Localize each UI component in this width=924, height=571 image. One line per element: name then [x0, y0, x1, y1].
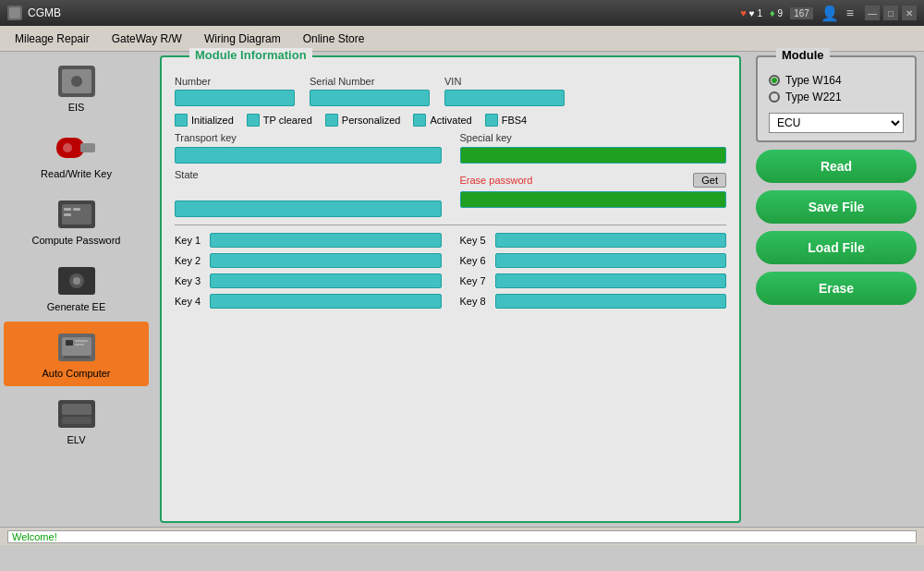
key-1-row: Key 1: [175, 233, 442, 248]
checkbox-activated[interactable]: Activated: [413, 114, 471, 127]
key-1-label: Key 1: [175, 235, 202, 246]
svg-rect-17: [66, 340, 73, 346]
sidebar-auto-label: Auto Computer: [43, 368, 111, 379]
special-key-input[interactable]: [460, 147, 727, 164]
keys-grid: Key 1 Key 5 Key 2 Key 6 Key 3: [175, 233, 726, 309]
hearts-green: ♦ 9: [770, 7, 783, 18]
key-3-label: Key 3: [175, 275, 202, 286]
key-4-input[interactable]: [210, 294, 442, 309]
fbs4-checkbox[interactable]: [485, 114, 498, 127]
get-button[interactable]: Get: [693, 173, 726, 188]
sidebar-item-generate-ee[interactable]: Generate EE: [4, 255, 149, 320]
special-key-label: Special key: [460, 132, 727, 143]
sidebar-generate-label: Generate EE: [47, 301, 106, 312]
vin-field-group: VIN: [444, 76, 565, 106]
radio-w221[interactable]: [769, 91, 780, 103]
radio-w221-label: Type W221: [785, 91, 842, 103]
key-6-input[interactable]: [495, 253, 727, 268]
module-select[interactable]: ECU BSM EZS: [769, 113, 904, 133]
key-2-input[interactable]: [210, 253, 442, 268]
transport-key-input[interactable]: [175, 147, 442, 164]
svg-point-6: [63, 143, 72, 152]
counter-display: 167: [790, 7, 813, 19]
initialized-checkbox[interactable]: [175, 114, 188, 127]
svg-point-3: [71, 76, 82, 87]
key-3-input[interactable]: [210, 273, 442, 288]
key-7-label: Key 7: [460, 275, 488, 286]
sidebar-item-compute-password[interactable]: Compute Password: [4, 188, 149, 253]
user-icon: 👤: [821, 5, 839, 22]
erase-password-col: Erase password Get: [460, 169, 727, 217]
load-file-button[interactable]: Load File: [756, 231, 917, 264]
checkbox-tp-cleared[interactable]: TP cleared: [247, 114, 312, 127]
sidebar-elv-label: ELV: [67, 434, 86, 445]
key-4-label: Key 4: [175, 296, 202, 307]
radio-w164[interactable]: [769, 75, 780, 86]
key-8-input[interactable]: [495, 294, 727, 309]
key-5-row: Key 5: [460, 233, 727, 248]
tray-area: ♥ ♥ 1 ♦ 9 167 👤 ≡: [740, 5, 854, 22]
number-input[interactable]: [175, 90, 295, 106]
hearts-red: ♥ ♥ 1: [740, 7, 762, 18]
menu-gateway-rw[interactable]: GateWay R/W: [101, 29, 193, 49]
maximize-button[interactable]: □: [883, 6, 898, 20]
read-button[interactable]: Read: [756, 150, 917, 183]
right-panel: Module Type W164 Type W221 ECU BSM EZS R…: [748, 52, 924, 527]
serial-input[interactable]: [310, 90, 430, 106]
save-file-button[interactable]: Save File: [756, 190, 917, 224]
special-key-col: Special key: [460, 132, 727, 164]
erase-password-input[interactable]: [460, 191, 727, 208]
key-2-label: Key 2: [175, 255, 202, 266]
number-field-group: Number: [175, 76, 295, 106]
generate-ee-icon: [55, 262, 99, 299]
checkbox-initialized[interactable]: Initialized: [175, 114, 234, 127]
sidebar-item-elv[interactable]: ELV: [4, 388, 149, 453]
sidebar-item-read-write-key[interactable]: Read/Write Key: [4, 122, 149, 187]
serial-label: Serial Number: [310, 76, 430, 87]
menu-online-store[interactable]: Online Store: [292, 29, 376, 49]
status-message: Welcome!: [7, 530, 917, 543]
vin-label: VIN: [444, 76, 565, 87]
svg-rect-19: [75, 344, 84, 346]
menu-mileage-repair[interactable]: Mileage Repair: [4, 29, 101, 49]
eis-icon: [55, 63, 99, 100]
sidebar-compute-label: Compute Password: [32, 235, 121, 246]
key-5-input[interactable]: [495, 233, 727, 248]
key-7-input[interactable]: [495, 273, 727, 288]
key-8-row: Key 8: [460, 294, 727, 309]
checkbox-fbs4[interactable]: FBS4: [485, 114, 528, 127]
erase-button[interactable]: Erase: [756, 272, 917, 305]
state-input[interactable]: [175, 200, 442, 217]
module-info-title: Module Information: [189, 48, 312, 62]
svg-rect-23: [62, 417, 91, 424]
personalized-checkbox[interactable]: [325, 114, 338, 127]
center-panel: Module Information Number Serial Number …: [152, 52, 748, 527]
key-6-label: Key 6: [460, 255, 488, 266]
top-fields-row: Number Serial Number VIN: [175, 76, 726, 106]
key-1-input[interactable]: [210, 233, 442, 248]
app-title: CGMB: [28, 6, 740, 19]
tp-cleared-checkbox[interactable]: [247, 114, 260, 127]
sidebar-item-auto-computer[interactable]: Auto Computer: [4, 322, 149, 386]
elv-icon: [55, 395, 99, 432]
serial-field-group: Serial Number: [310, 76, 430, 106]
radio-type-w164-row[interactable]: Type W164: [769, 74, 904, 87]
key-8-label: Key 8: [460, 296, 488, 307]
sidebar-item-eis[interactable]: EIS: [4, 55, 149, 120]
vin-input[interactable]: [444, 90, 565, 106]
minimize-button[interactable]: —: [865, 6, 880, 20]
compute-password-icon: [55, 196, 99, 233]
key-5-label: Key 5: [460, 235, 488, 246]
activated-checkbox[interactable]: [413, 114, 426, 127]
app-icon: [7, 6, 22, 20]
radio-type-w221-row[interactable]: Type W221: [769, 91, 904, 103]
svg-rect-20: [64, 356, 90, 358]
checkbox-personalized[interactable]: Personalized: [325, 114, 401, 127]
key-7-row: Key 7: [460, 273, 727, 288]
checkbox-row: Initialized TP cleared Personalized Acti…: [175, 114, 726, 127]
svg-rect-22: [62, 404, 91, 415]
menu-icon: ≡: [846, 6, 854, 20]
close-button[interactable]: ✕: [902, 6, 917, 20]
menu-wiring-diagram[interactable]: Wiring Diagram: [193, 29, 292, 49]
key-4-row: Key 4: [175, 294, 442, 309]
